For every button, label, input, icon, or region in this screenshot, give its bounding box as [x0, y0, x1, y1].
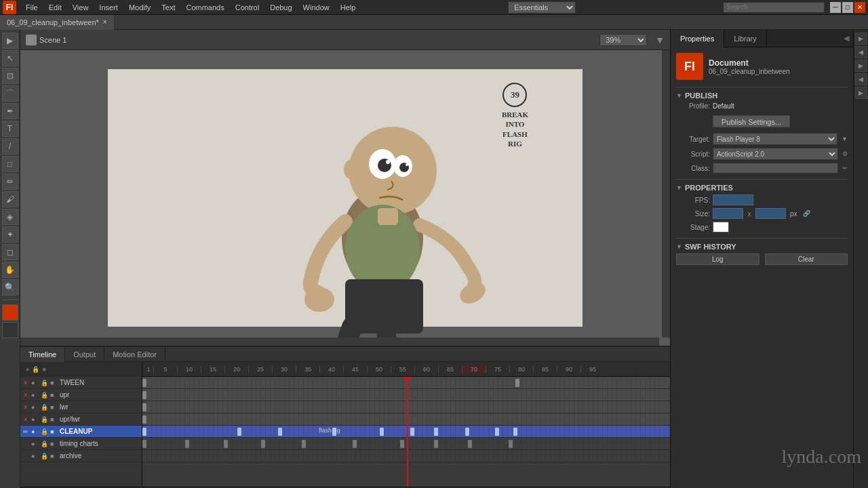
layer-archive-vis-icon[interactable]: ●: [31, 453, 39, 460]
brush-tool[interactable]: 🖌: [2, 191, 18, 207]
text-tool[interactable]: T: [2, 121, 18, 137]
layer-uprlwr-vis-icon[interactable]: ●: [31, 416, 39, 423]
zoom-tool[interactable]: 🔍: [2, 279, 18, 296]
close-button[interactable]: ✕: [854, 2, 865, 13]
layer-timing-outline-icon[interactable]: ■: [50, 441, 58, 447]
vertical-scrollbar[interactable]: [662, 50, 670, 338]
layer-tween-lock-icon[interactable]: 🔒: [41, 380, 49, 386]
script-select[interactable]: ActionScript 2.0: [713, 148, 838, 160]
subselect-tool[interactable]: ↖: [2, 50, 18, 66]
layer-tween[interactable]: ✕ ● 🔒 ■ TWEEN: [20, 377, 142, 389]
canvas-options-icon[interactable]: ▼: [655, 35, 665, 45]
rt-btn-2[interactable]: ◀: [855, 46, 867, 58]
panel-collapse-button[interactable]: ◀: [840, 30, 853, 47]
swf-collapse-icon[interactable]: ▼: [676, 243, 682, 250]
line-tool[interactable]: /: [2, 138, 18, 155]
workspace-select[interactable]: Essentials: [508, 1, 576, 14]
rt-btn-4[interactable]: ◀: [855, 73, 867, 85]
layer-timing-charts[interactable]: ✕ ● 🔒 ■ timing charts: [20, 438, 142, 450]
menu-file[interactable]: File: [20, 0, 43, 15]
size-link-icon[interactable]: 🔗: [803, 210, 810, 217]
layer-upr-lock-icon[interactable]: 🔒: [41, 392, 49, 399]
layer-lwr-vis-icon[interactable]: ●: [31, 404, 39, 411]
rect-tool[interactable]: □: [2, 156, 18, 172]
layer-lwr-outline-icon[interactable]: ■: [50, 404, 58, 411]
layer-uprlwr-outline-icon[interactable]: ■: [50, 416, 58, 423]
layer-timing-lock-icon[interactable]: 🔒: [41, 441, 49, 447]
layer-tween-outline-icon[interactable]: ■: [50, 380, 58, 386]
tab-document[interactable]: 06_09_cleanup_inbetween* ×: [0, 15, 115, 30]
menu-help[interactable]: Help: [335, 0, 361, 15]
layer-cleanup-lock-icon[interactable]: 🔒: [41, 428, 49, 435]
swf-section-label: SWF HISTORY: [685, 243, 736, 251]
menu-edit[interactable]: Edit: [43, 0, 67, 15]
rt-btn-3[interactable]: ▶: [855, 60, 867, 72]
minimize-button[interactable]: ─: [830, 2, 841, 13]
menu-window[interactable]: Window: [298, 0, 335, 15]
rt-btn-1[interactable]: ▶: [855, 33, 867, 45]
tab-motion-editor[interactable]: Motion Editor: [104, 347, 165, 362]
layer-archive[interactable]: ✕ ● 🔒 ■ archive: [20, 450, 142, 462]
layer-upr-vis-icon[interactable]: ●: [31, 392, 39, 399]
layer-lwr[interactable]: ✕ ● 🔒 ■ lwr: [20, 401, 142, 413]
layer-upr-outline-icon[interactable]: ■: [50, 392, 58, 399]
layer-cleanup-vis-icon[interactable]: ●: [31, 428, 39, 435]
zoom-select[interactable]: 39% 50% 75% 100%: [599, 34, 647, 46]
stage-color-swatch[interactable]: [713, 222, 729, 232]
tab-close-icon[interactable]: ×: [103, 18, 107, 26]
menu-text[interactable]: Text: [156, 0, 180, 15]
size-width-input[interactable]: 1920: [713, 208, 743, 219]
menu-view[interactable]: View: [67, 0, 94, 15]
class-input[interactable]: [713, 163, 838, 174]
frames-panel[interactable]: flash rig: [142, 377, 670, 487]
script-settings-icon[interactable]: ⚙: [842, 150, 848, 157]
target-dropdown-icon[interactable]: ▼: [842, 136, 848, 142]
layer-cleanup-outline-icon[interactable]: ■: [50, 428, 58, 435]
tab-output[interactable]: Output: [65, 347, 104, 362]
publish-settings-button[interactable]: Publish Settings...: [713, 115, 790, 127]
pencil-tool[interactable]: ✏: [2, 174, 18, 190]
rt-btn-5[interactable]: ▶: [855, 87, 867, 99]
svg-rect-12: [378, 208, 398, 225]
menu-control[interactable]: Control: [230, 0, 264, 15]
cleanup-keyframe-10: [513, 428, 517, 436]
menu-insert[interactable]: Insert: [94, 0, 123, 15]
maximize-button[interactable]: □: [842, 2, 853, 13]
class-edit-icon[interactable]: ✏: [842, 165, 848, 171]
clear-button[interactable]: Clear: [765, 253, 848, 265]
log-button[interactable]: Log: [676, 253, 760, 265]
layer-archive-outline-icon[interactable]: ■: [50, 453, 58, 460]
search-input[interactable]: [723, 2, 825, 13]
lasso-tool[interactable]: ⌒: [2, 85, 18, 102]
tab-properties[interactable]: Properties: [671, 30, 724, 47]
layer-timing-vis-icon[interactable]: ●: [31, 441, 39, 447]
eyedropper-tool[interactable]: ✦: [2, 226, 18, 243]
publish-collapse-icon[interactable]: ▼: [676, 92, 682, 99]
hand-tool[interactable]: ✋: [2, 262, 18, 278]
tab-timeline[interactable]: Timeline: [20, 347, 65, 362]
layer-lwr-lock-icon[interactable]: 🔒: [41, 404, 49, 411]
paint-bucket-tool[interactable]: ◈: [2, 209, 18, 225]
tab-library[interactable]: Library: [724, 30, 767, 47]
layer-archive-lock-icon[interactable]: 🔒: [41, 453, 49, 460]
layer-uprlwr-lock-icon[interactable]: 🔒: [41, 416, 49, 423]
layer-tween-vis-icon[interactable]: ●: [31, 380, 39, 386]
properties-collapse-icon[interactable]: ▼: [676, 184, 682, 191]
fill-color[interactable]: [2, 322, 18, 338]
pen-tool[interactable]: ✒: [2, 103, 18, 119]
target-select[interactable]: Flash Player 8: [713, 133, 837, 145]
horizontal-scrollbar[interactable]: [20, 338, 659, 346]
eraser-tool[interactable]: ◻: [2, 244, 18, 260]
menu-modify[interactable]: Modify: [123, 0, 156, 15]
stroke-color[interactable]: [2, 304, 18, 321]
layer-upr[interactable]: ✕ ● 🔒 ■ upr: [20, 389, 142, 401]
fps-input[interactable]: 24.00: [713, 195, 753, 205]
menu-debug[interactable]: Debug: [264, 0, 297, 15]
layer-upr-lwr[interactable]: ✕ ● 🔒 ■ upr/lwr: [20, 413, 142, 426]
free-transform-tool[interactable]: ⊡: [2, 68, 18, 84]
size-height-input[interactable]: 1080: [755, 208, 786, 219]
select-tool[interactable]: ▶: [2, 33, 18, 49]
menu-commands[interactable]: Commands: [180, 0, 229, 15]
layer-cleanup[interactable]: ✏ ● 🔒 ■ CLEANUP: [20, 426, 142, 438]
archive-frames-row: [142, 450, 670, 462]
